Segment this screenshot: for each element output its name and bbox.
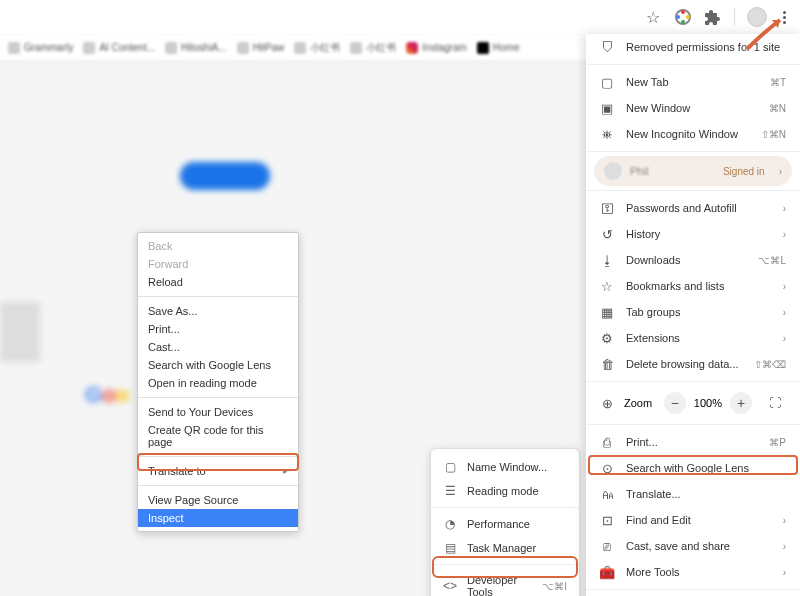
bookmark-item[interactable]: HitoshiA... <box>165 42 227 54</box>
zoom-in-button[interactable]: + <box>730 392 752 414</box>
bookmark-item[interactable]: AI Content... <box>83 42 155 54</box>
translate-icon: 🗛 <box>600 487 614 501</box>
ctx-send-devices[interactable]: Send to Your Devices <box>138 403 298 421</box>
fullscreen-button[interactable]: ⛶ <box>764 392 786 414</box>
menu-tab-groups[interactable]: ▦Tab groups› <box>586 299 800 325</box>
svg-point-1 <box>681 10 685 14</box>
menu-translate[interactable]: 🗛Translate... <box>586 481 800 507</box>
avatar-icon <box>604 162 622 180</box>
tab-icon: ▢ <box>600 75 614 89</box>
grid-icon: ▦ <box>600 305 614 319</box>
chrome-main-menu: ⛉Removed permissions for 1 site ▢New Tab… <box>586 34 800 596</box>
ctx-reading-mode[interactable]: Open in reading mode <box>138 374 298 392</box>
window-icon: ▢ <box>443 460 457 474</box>
performance-icon: ◔ <box>443 517 457 531</box>
menu-downloads[interactable]: ⭳Downloads⌥⌘L <box>586 247 800 273</box>
shield-icon: ⛉ <box>600 40 614 54</box>
divider <box>734 8 735 26</box>
ctx-cast[interactable]: Cast... <box>138 338 298 356</box>
more-tools-submenu: ▢Name Window... ☰Reading mode ◔Performan… <box>430 448 580 596</box>
menu-more-tools[interactable]: 🧰More Tools› <box>586 559 800 585</box>
print-icon: ⎙ <box>600 435 614 449</box>
sub-name-window[interactable]: ▢Name Window... <box>431 455 579 479</box>
menu-find-edit[interactable]: ⊡Find and Edit› <box>586 507 800 533</box>
cast-icon: ⎚ <box>600 539 614 553</box>
incognito-icon: ⛯ <box>600 127 614 141</box>
bookmark-item[interactable]: Instagram <box>406 42 466 54</box>
ctx-print[interactable]: Print... <box>138 320 298 338</box>
ctx-view-source[interactable]: View Page Source <box>138 491 298 509</box>
menu-incognito[interactable]: ⛯New Incognito Window⇧⌘N <box>586 121 800 147</box>
task-manager-icon: ▤ <box>443 541 457 555</box>
menu-history[interactable]: ↺History› <box>586 221 800 247</box>
svg-point-2 <box>686 15 690 19</box>
menu-removed-permissions[interactable]: ⛉Removed permissions for 1 site <box>586 34 800 60</box>
sub-performance[interactable]: ◔Performance <box>431 512 579 536</box>
menu-search-lens[interactable]: ⊙Search with Google Lens <box>586 455 800 481</box>
menu-print[interactable]: ⎙Print...⌘P <box>586 429 800 455</box>
context-menu: Back Forward Reload Save As... Print... … <box>137 232 299 532</box>
bookmark-item[interactable]: 小红书 <box>350 41 396 55</box>
history-icon: ↺ <box>600 227 614 241</box>
menu-extensions[interactable]: ⚙Extensions› <box>586 325 800 351</box>
menu-new-tab[interactable]: ▢New Tab⌘T <box>586 69 800 95</box>
menu-cast-save[interactable]: ⎚Cast, save and share› <box>586 533 800 559</box>
key-icon: ⚿ <box>600 201 614 215</box>
menu-zoom: ⊕ Zoom − 100% + ⛶ <box>586 386 800 420</box>
menu-passwords[interactable]: ⚿Passwords and Autofill› <box>586 195 800 221</box>
ctx-save-as[interactable]: Save As... <box>138 302 298 320</box>
menu-dots-icon[interactable] <box>779 7 790 28</box>
svg-point-4 <box>676 15 680 19</box>
zoom-icon: ⊕ <box>600 396 614 410</box>
zoom-out-button[interactable]: − <box>664 392 686 414</box>
menu-delete-data[interactable]: 🗑Delete browsing data...⇧⌘⌫ <box>586 351 800 377</box>
ctx-search-lens[interactable]: Search with Google Lens <box>138 356 298 374</box>
colorwheel-icon[interactable] <box>674 8 692 26</box>
puzzle-icon: ⚙ <box>600 331 614 345</box>
ctx-reload[interactable]: Reload <box>138 273 298 291</box>
svg-point-3 <box>681 20 685 24</box>
star-icon: ☆ <box>600 279 614 293</box>
window-icon: ▣ <box>600 101 614 115</box>
bookmark-star-icon[interactable]: ☆ <box>644 8 662 26</box>
browser-toolbar: ☆ <box>0 0 800 34</box>
bookmark-item[interactable]: 小红书 <box>294 41 340 55</box>
menu-bookmarks[interactable]: ☆Bookmarks and lists› <box>586 273 800 299</box>
sub-reading-mode[interactable]: ☰Reading mode <box>431 479 579 503</box>
ctx-qr-code[interactable]: Create QR code for this page <box>138 421 298 451</box>
profile-avatar-icon[interactable] <box>747 7 767 27</box>
tools-icon: 🧰 <box>600 565 614 579</box>
search-icon: ⊡ <box>600 513 614 527</box>
ctx-inspect[interactable]: Inspect <box>138 509 298 527</box>
ctx-forward: Forward <box>138 255 298 273</box>
bookmark-item[interactable]: HitPaw <box>237 42 285 54</box>
menu-profile[interactable]: Phil Signed in › <box>594 156 792 186</box>
download-icon: ⭳ <box>600 253 614 267</box>
ctx-back: Back <box>138 237 298 255</box>
sub-task-manager[interactable]: ▤Task Manager <box>431 536 579 560</box>
bookmark-item[interactable]: Grammarly <box>8 42 73 54</box>
trash-icon: 🗑 <box>600 357 614 371</box>
sub-dev-tools[interactable]: <>Developer Tools⌥⌘I <box>431 569 579 596</box>
menu-new-window[interactable]: ▣New Window⌘N <box>586 95 800 121</box>
lens-icon: ⊙ <box>600 461 614 475</box>
reading-icon: ☰ <box>443 484 457 498</box>
ctx-translate[interactable]: Translate to▸ <box>138 462 298 480</box>
extensions-puzzle-icon[interactable] <box>704 8 722 26</box>
code-icon: <> <box>443 579 457 593</box>
bookmark-item[interactable]: Home <box>477 42 520 54</box>
